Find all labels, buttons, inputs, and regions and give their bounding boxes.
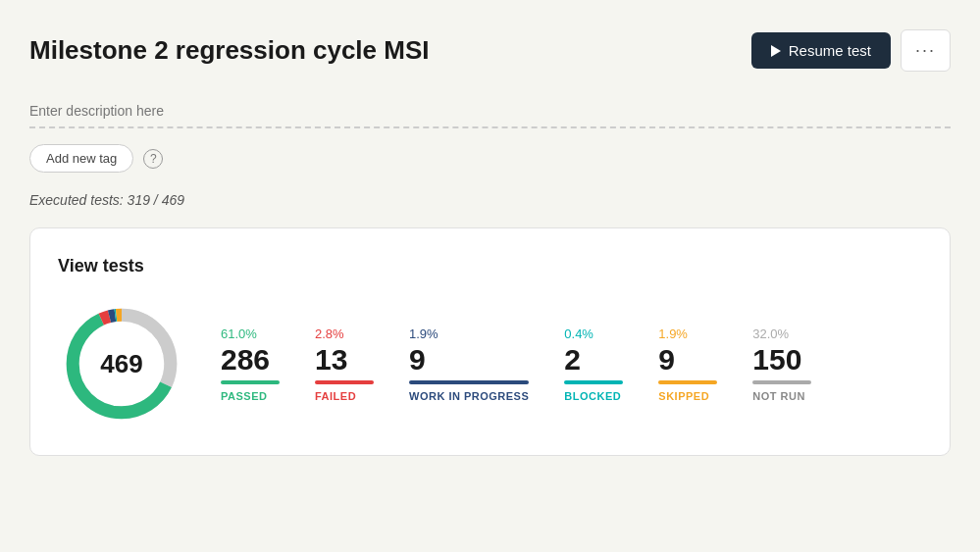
stat-item-skipped: 1.9%9SKIPPED — [658, 326, 717, 402]
play-icon — [771, 45, 781, 57]
tags-row: Add new tag ? — [29, 144, 951, 173]
stat-label-passed: PASSED — [221, 390, 267, 402]
stat-count-not_run: 150 — [752, 345, 801, 375]
stat-bar-not_run — [752, 380, 811, 384]
resume-test-button[interactable]: Resume test — [751, 32, 891, 69]
view-tests-card: View tests — [29, 227, 951, 456]
stat-item-not_run: 32.0%150NOT RUN — [752, 326, 811, 402]
stat-item-failed: 2.8%13FAILED — [315, 326, 374, 402]
donut-total: 469 — [100, 349, 142, 379]
executed-tests-label: Executed tests: 319 / 469 — [29, 192, 951, 208]
add-tag-button[interactable]: Add new tag — [29, 144, 133, 173]
more-options-button[interactable]: ··· — [901, 29, 951, 72]
stat-percent-not_run: 32.0% — [752, 326, 789, 341]
stat-label-wip: WORK IN PROGRESS — [409, 390, 529, 402]
stat-percent-skipped: 1.9% — [658, 326, 688, 341]
description-input[interactable] — [29, 95, 951, 128]
stat-label-not_run: NOT RUN — [752, 390, 805, 402]
stat-percent-blocked: 0.4% — [564, 326, 593, 341]
stat-item-passed: 61.0%286PASSED — [221, 326, 280, 402]
stat-count-failed: 13 — [315, 345, 347, 375]
page-title: Milestone 2 regression cycle MSI — [29, 35, 430, 66]
stat-label-blocked: BLOCKED — [564, 390, 621, 402]
stat-item-blocked: 0.4%2BLOCKED — [564, 326, 623, 402]
stat-count-passed: 286 — [221, 345, 270, 375]
stat-item-wip: 1.9%9WORK IN PROGRESS — [409, 326, 529, 402]
stat-percent-passed: 61.0% — [221, 326, 257, 341]
stat-label-failed: FAILED — [315, 390, 356, 402]
stat-bar-passed — [221, 380, 280, 384]
stat-percent-wip: 1.9% — [409, 326, 438, 341]
stat-count-wip: 9 — [409, 345, 426, 375]
stat-bar-blocked — [564, 380, 623, 384]
stats-items: 61.0%286PASSED2.8%13FAILED1.9%9WORK IN P… — [221, 326, 922, 402]
stat-bar-wip — [409, 380, 529, 384]
stat-count-skipped: 9 — [658, 345, 675, 375]
stat-bar-skipped — [658, 380, 717, 384]
page-header: Milestone 2 regression cycle MSI Resume … — [29, 29, 951, 72]
view-tests-title: View tests — [58, 256, 922, 276]
stats-row: 469 61.0%286PASSED2.8%13FAILED1.9%9WORK … — [58, 300, 922, 427]
donut-chart: 469 — [58, 300, 185, 427]
header-actions: Resume test ··· — [751, 29, 951, 72]
help-icon[interactable]: ? — [143, 149, 163, 169]
stat-bar-failed — [315, 380, 374, 384]
stat-percent-failed: 2.8% — [315, 326, 344, 341]
stat-count-blocked: 2 — [564, 345, 581, 375]
stat-label-skipped: SKIPPED — [658, 390, 709, 402]
